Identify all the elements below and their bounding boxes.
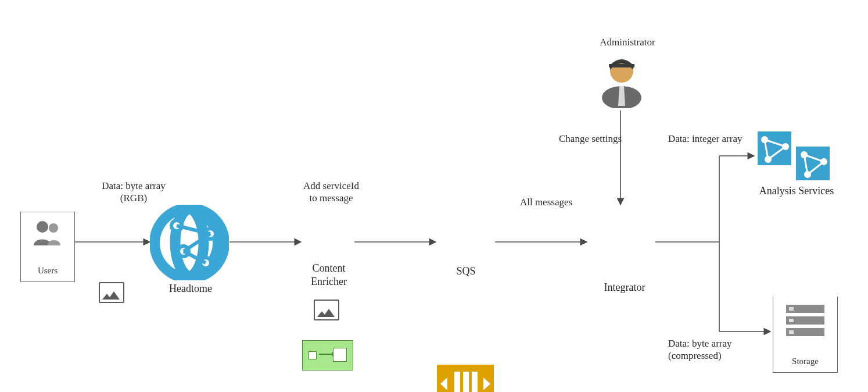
node-users: Users: [20, 212, 75, 282]
node-content-enricher: [302, 340, 353, 370]
svg-rect-34: [789, 319, 794, 322]
architecture-diagram: Users Data: byte array (RGB) Headtome Ad…: [0, 0, 868, 392]
node-users-label: Users: [21, 266, 74, 276]
svg-point-10: [37, 221, 48, 233]
node-sqs: [437, 365, 494, 392]
administrator-icon: [598, 50, 645, 108]
node-storage: Storage: [773, 297, 838, 373]
svg-rect-33: [789, 307, 794, 311]
svg-rect-35: [789, 330, 794, 334]
analysis-services-icon: [755, 129, 837, 183]
edge-sqs-integrator-label: All messages: [511, 196, 581, 208]
node-storage-label: Storage: [773, 357, 837, 366]
node-analysis-services-label: Analysis Services: [747, 185, 846, 197]
edge-integrator-storage-label: Data: byte array (compressed): [668, 337, 761, 362]
svg-rect-21: [609, 64, 634, 67]
node-sqs-label: SQS: [449, 265, 483, 277]
edge-headtome-enricher-label: Add serviceId to message: [290, 180, 372, 205]
image-icon: [314, 300, 339, 320]
node-headtome-label: Headtome: [162, 283, 220, 295]
node-headtome: [150, 205, 229, 283]
image-icon: [99, 282, 124, 303]
edge-admin-integrator-label: Change settings: [559, 133, 640, 145]
users-icon: [31, 220, 64, 247]
node-integrator-label: Integrator: [598, 281, 651, 294]
node-administrator-label: Administrator: [593, 36, 662, 48]
edge-integrator-analysis-label: Data: integer array: [668, 133, 767, 145]
svg-point-11: [49, 223, 58, 233]
globe-network-icon: [150, 205, 229, 280]
edge-users-headtome-label: Data: byte array (RGB): [87, 180, 180, 205]
node-content-enricher-label: Content Enricher: [294, 262, 364, 288]
storage-icon: [786, 305, 824, 340]
